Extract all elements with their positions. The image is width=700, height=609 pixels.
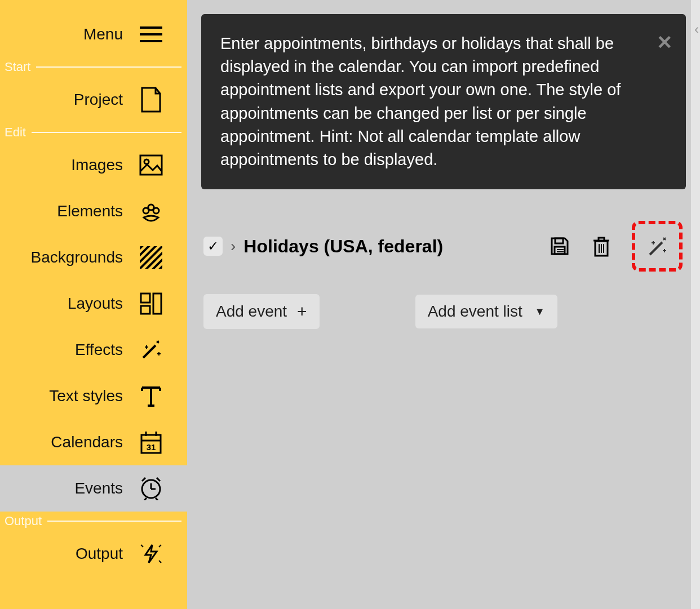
save-icon[interactable]	[548, 235, 571, 257]
caret-down-icon: ▼	[535, 306, 545, 318]
list-actions	[548, 221, 683, 272]
sidebar-item-events[interactable]: Events	[0, 465, 187, 512]
svg-line-33	[159, 545, 161, 547]
event-list-title: Holidays (USA, federal)	[243, 236, 443, 257]
sidebar: Menu Start Project Edit Images Elements …	[0, 0, 187, 609]
sidebar-item-calendars[interactable]: Calendars 31	[0, 419, 187, 465]
hint-panel: ✕ Enter appointments, birthdays or holid…	[201, 14, 686, 189]
svg-point-4	[153, 208, 159, 214]
svg-point-1	[144, 159, 149, 164]
layout-icon	[139, 292, 163, 315]
sidebar-item-layouts[interactable]: Layouts	[0, 281, 187, 327]
svg-text:31: 31	[147, 442, 156, 452]
svg-rect-13	[141, 306, 150, 314]
text-icon	[139, 384, 163, 408]
sidebar-item-elements[interactable]: Elements	[0, 188, 187, 234]
bolt-icon	[139, 543, 163, 565]
sidebar-item-label: Effects	[75, 341, 123, 359]
section-edit: Edit	[0, 123, 187, 142]
svg-rect-36	[555, 247, 565, 254]
sidebar-item-label: Text styles	[49, 387, 123, 405]
svg-line-44	[650, 242, 662, 255]
svg-rect-0	[140, 155, 162, 175]
right-rail	[691, 0, 700, 609]
svg-rect-35	[555, 238, 563, 243]
sidebar-item-label: Output	[76, 545, 123, 563]
svg-line-34	[159, 561, 161, 563]
sidebar-item-backgrounds[interactable]: Backgrounds	[0, 234, 187, 281]
svg-rect-12	[141, 294, 150, 303]
section-start-label: Start	[5, 60, 30, 74]
flower-icon	[139, 199, 163, 223]
wand-icon	[139, 337, 163, 362]
list-checkbox[interactable]: ✓	[203, 237, 223, 256]
hamburger-icon	[139, 26, 163, 42]
hint-text: Enter appointments, birthdays or holiday…	[220, 32, 652, 171]
add-event-button[interactable]: Add event +	[203, 294, 320, 329]
svg-line-32	[141, 545, 143, 547]
section-edit-label: Edit	[5, 125, 26, 140]
image-icon	[139, 154, 163, 176]
sidebar-item-label: Elements	[57, 202, 123, 220]
sidebar-item-effects[interactable]: Effects	[0, 327, 187, 373]
section-start: Start	[0, 57, 187, 77]
calendar-icon: 31	[139, 430, 163, 454]
svg-line-31	[156, 498, 158, 500]
main-panel: ‹ ✕ Enter appointments, birthdays or hol…	[187, 0, 700, 609]
add-event-label: Add event	[216, 303, 287, 321]
event-list-header: ✓ › Holidays (USA, federal)	[201, 221, 686, 272]
trash-icon[interactable]	[590, 235, 613, 257]
sidebar-item-label: Calendars	[51, 433, 123, 451]
chevron-right-icon[interactable]: ›	[231, 237, 236, 255]
svg-line-30	[144, 498, 147, 500]
button-row: Add event + Add event list ▼	[201, 294, 686, 329]
expand-right-icon[interactable]: ‹	[694, 21, 699, 37]
section-output: Output	[0, 512, 187, 531]
menu-label: Menu	[83, 25, 123, 43]
clock-icon	[139, 477, 163, 500]
svg-point-3	[143, 208, 149, 214]
sidebar-item-text-styles[interactable]: Text styles	[0, 373, 187, 419]
sidebar-item-label: Backgrounds	[31, 248, 123, 266]
sidebar-item-output[interactable]: Output	[0, 531, 187, 577]
menu-toggle[interactable]: Menu	[0, 11, 187, 57]
sidebar-item-label: Project	[74, 91, 123, 109]
sidebar-item-label: Images	[71, 156, 123, 174]
sidebar-item-images[interactable]: Images	[0, 142, 187, 188]
add-event-list-button[interactable]: Add event list ▼	[415, 295, 557, 328]
sidebar-item-label: Events	[74, 479, 123, 497]
close-icon[interactable]: ✕	[657, 29, 672, 56]
highlighted-wand-button[interactable]	[632, 221, 683, 272]
add-event-list-label: Add event list	[428, 303, 522, 321]
section-output-label: Output	[5, 514, 42, 528]
sidebar-item-project[interactable]: Project	[0, 77, 187, 123]
document-icon	[139, 87, 163, 113]
sidebar-item-label: Layouts	[68, 295, 123, 313]
plus-icon: +	[297, 302, 307, 321]
svg-rect-14	[153, 294, 161, 314]
hatch-icon	[139, 246, 163, 269]
